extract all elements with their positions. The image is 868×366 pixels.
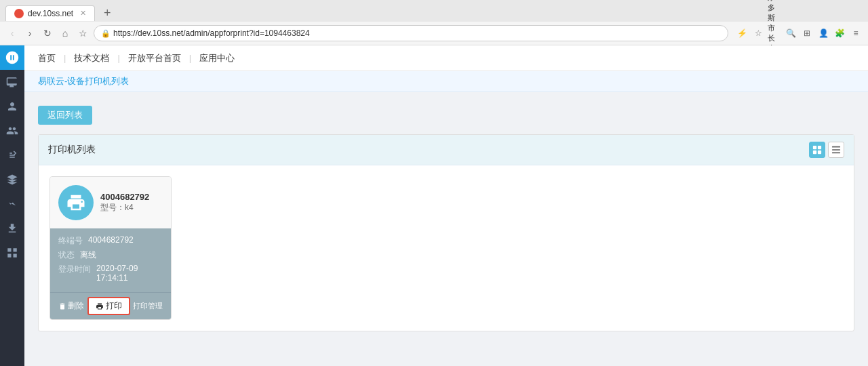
forward-btn[interactable]: ›: [23, 26, 37, 40]
sidebar-item-transfer[interactable]: [0, 143, 24, 167]
status-label: 状态: [58, 249, 75, 261]
settings-icon[interactable]: ≡: [849, 26, 863, 40]
svg-rect-9: [832, 149, 840, 150]
list-icon: [831, 145, 841, 155]
printer-card-top: 4004682792 型号：k4: [50, 177, 171, 228]
bookmark-label-icon: 鄂尔多斯市长生前监控: [768, 26, 781, 40]
panel-body: 4004682792 型号：k4 终端号 4004682792: [39, 165, 854, 331]
breadcrumb-link[interactable]: 易联云-设备打印机列表: [38, 76, 129, 86]
print-icon: [96, 302, 104, 310]
svg-rect-3: [14, 254, 17, 258]
logo-icon: [5, 50, 20, 65]
detail-row-status: 状态 离线: [58, 249, 163, 261]
detail-row-terminal: 终端号 4004682792: [58, 235, 163, 247]
sidebar-item-user[interactable]: [0, 94, 24, 119]
printer-card-details: 终端号 4004682792 状态 离线 登录时间 2020-07-09 17:…: [50, 228, 171, 292]
nav-tech-docs[interactable]: 技术文档: [68, 52, 115, 64]
app-layout: 首页 | 技术文档 | 开放平台首页 | 应用中心 易联云-设备打印机列表 返回…: [0, 45, 868, 366]
terminal-label: 终端号: [58, 235, 83, 247]
nav-open-platform[interactable]: 开放平台首页: [123, 52, 186, 64]
sidebar-item-group[interactable]: [0, 119, 24, 143]
grid-apps-icon[interactable]: ⊞: [800, 26, 814, 40]
status-value: 离线: [80, 249, 96, 261]
svg-rect-0: [7, 248, 11, 251]
login-time-label: 登录时间: [58, 264, 91, 283]
address-input[interactable]: 🔒 https://dev.10ss.net/admin/appforprint…: [94, 25, 728, 41]
svg-rect-7: [818, 150, 821, 154]
browser-chrome: dev.10ss.net ✕ + ‹ › ↻ ⌂ ☆ 🔒 https://dev…: [0, 0, 868, 45]
sidebar-item-chart[interactable]: [0, 192, 24, 216]
return-button[interactable]: 返回列表: [38, 106, 92, 125]
delete-button[interactable]: 删除: [58, 300, 84, 312]
account-icon[interactable]: 👤: [816, 26, 830, 40]
panel-title: 打印机列表: [48, 144, 96, 156]
lightning-icon: ⚡: [735, 26, 749, 40]
printer-icon-circle: [58, 185, 94, 220]
printer-id: 4004682792: [100, 192, 149, 202]
main-area: 首页 | 技术文档 | 开放平台首页 | 应用中心 易联云-设备打印机列表 返回…: [24, 45, 868, 366]
sidebar-item-download[interactable]: [0, 216, 24, 241]
star-icon[interactable]: ☆: [751, 26, 765, 40]
list-view-btn[interactable]: [828, 142, 844, 158]
sidebar-item-network[interactable]: [0, 167, 24, 192]
svg-rect-6: [813, 150, 816, 154]
new-tab-btn[interactable]: +: [99, 5, 115, 21]
sidebar-logo: [0, 45, 24, 70]
detail-row-login-time: 登录时间 2020-07-09 17:14:11: [58, 264, 163, 283]
sidebar-item-box[interactable]: [0, 241, 24, 265]
back-btn[interactable]: ‹: [5, 26, 19, 40]
reload-btn[interactable]: ↻: [41, 26, 54, 40]
login-time-value: 2020-07-09 17:14:11: [96, 264, 163, 283]
breadcrumb-bar: 易联云-设备打印机列表: [24, 71, 868, 92]
content-area: 返回列表 打印机列表: [24, 92, 868, 366]
svg-rect-8: [832, 146, 840, 148]
top-nav: 首页 | 技术文档 | 开放平台首页 | 应用中心: [24, 45, 868, 71]
printer-list-panel: 打印机列表: [38, 134, 854, 331]
svg-rect-10: [832, 152, 840, 154]
svg-rect-1: [14, 248, 17, 251]
search-icon[interactable]: 🔍: [784, 26, 797, 40]
print-button[interactable]: 打印: [87, 297, 130, 315]
nav-home[interactable]: 首页: [33, 52, 61, 64]
panel-header: 打印机列表: [39, 135, 854, 165]
printer-card-footer: 删除 打印 打印管理: [50, 292, 171, 319]
sidebar-item-monitor[interactable]: [0, 70, 24, 94]
extensions-icon[interactable]: 🧩: [833, 26, 846, 40]
nav-app-center[interactable]: 应用中心: [194, 52, 240, 64]
grid-icon: [812, 145, 822, 155]
sidebar: [0, 45, 24, 366]
svg-rect-2: [7, 254, 11, 258]
tab-title: dev.10ss.net: [28, 9, 73, 18]
printer-info: 4004682792 型号：k4: [100, 192, 149, 214]
svg-rect-5: [818, 146, 821, 149]
nav-sep-3: |: [189, 53, 191, 63]
print-management-button[interactable]: 打印管理: [133, 301, 163, 311]
home-btn[interactable]: ⌂: [58, 26, 72, 40]
toolbar-icons: ⚡ ☆ 鄂尔多斯市长生前监控 🔍 ⊞ 👤 🧩 ≡: [735, 26, 863, 40]
tab-bar: dev.10ss.net ✕ +: [0, 0, 868, 22]
bookmark-btn[interactable]: ☆: [76, 26, 90, 40]
grid-view-btn[interactable]: [809, 142, 825, 158]
address-text: https://dev.10ss.net/admin/appforprint?i…: [113, 28, 310, 38]
nav-sep-1: |: [64, 53, 66, 63]
printer-model: 型号：k4: [100, 202, 149, 214]
nav-sep-2: |: [117, 53, 119, 63]
terminal-value: 4004682792: [88, 235, 134, 247]
svg-rect-4: [813, 146, 816, 149]
printer-icon: [66, 192, 86, 213]
browser-tab[interactable]: dev.10ss.net ✕: [5, 5, 95, 21]
trash-icon: [58, 302, 66, 310]
view-toggle: [809, 142, 844, 158]
address-bar-row: ‹ › ↻ ⌂ ☆ 🔒 https://dev.10ss.net/admin/a…: [0, 22, 868, 45]
printer-card: 4004682792 型号：k4 终端号 4004682792: [50, 176, 172, 320]
